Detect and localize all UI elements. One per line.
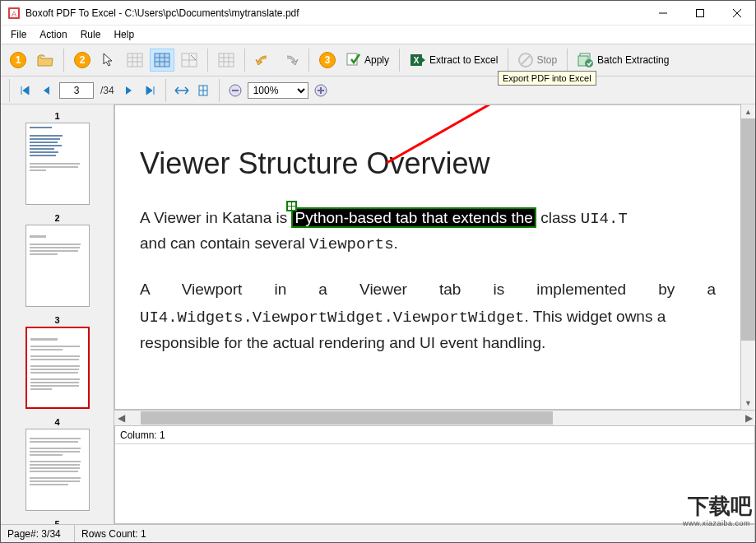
step-3-badge: 3 — [315, 49, 340, 72]
separator — [308, 49, 309, 72]
status-rows: Rows Count: 1 — [75, 525, 755, 542]
page-total-label: /34 — [97, 85, 116, 96]
thumb-page-3[interactable]: 3 — [16, 315, 99, 409]
window-title: Boxoft PDF To Excel - C:\Users\pc\Docume… — [26, 7, 644, 19]
table-tool-4[interactable] — [214, 49, 239, 72]
apply-icon — [346, 53, 361, 67]
minimize-button[interactable] — [644, 1, 681, 25]
extract-to-excel-button[interactable]: X Extract to Excel — [406, 49, 502, 72]
pointer-tool-button[interactable] — [97, 49, 120, 72]
next-page-button[interactable] — [119, 81, 137, 100]
menu-help[interactable]: Help — [107, 27, 141, 42]
grid-edit-icon — [181, 53, 197, 67]
data-grid-panel[interactable]: Column: 1 — [114, 425, 755, 524]
step-1-badge: 1 — [6, 49, 30, 72]
content-area: Viewer Structure Overview A Viewer in Ka… — [114, 104, 755, 524]
svg-rect-7 — [128, 53, 142, 67]
scroll-down-icon[interactable]: ▼ — [741, 396, 755, 410]
separator — [244, 49, 245, 72]
undo-button[interactable] — [251, 49, 276, 72]
column-header[interactable]: Column: 1 — [115, 426, 754, 444]
separator — [165, 79, 166, 102]
batch-extracting-button[interactable]: Batch Extracting — [573, 49, 673, 72]
grid-icon — [127, 53, 143, 67]
table-tool-2-active[interactable] — [150, 49, 174, 72]
thumb-page-4[interactable]: 4 — [16, 417, 99, 511]
separator — [63, 49, 64, 72]
nav-toolbar: /34 100% — [1, 77, 755, 104]
menubar: File Action Rule Help — [1, 26, 755, 44]
extract-tooltip: Export PDF into Excel — [498, 71, 596, 86]
main-toolbar: 1 2 3 Apply X Extract to Excel Stop — [1, 44, 755, 77]
table-tool-3[interactable] — [177, 49, 202, 72]
grid-select-icon — [154, 53, 170, 67]
svg-rect-12 — [155, 53, 169, 67]
main-area: 1 2 3 4 5 Viewer S — [1, 104, 755, 524]
document-viewer[interactable]: Viewer Structure Overview A Viewer in Ka… — [114, 104, 741, 410]
thumbnail-panel[interactable]: 1 2 3 4 5 — [1, 104, 114, 524]
menu-file[interactable]: File — [4, 27, 33, 42]
svg-text:A: A — [12, 10, 16, 18]
menu-rule[interactable]: Rule — [74, 27, 108, 42]
statusbar: Page#: 3/34 Rows Count: 1 — [1, 524, 755, 542]
horizontal-scrollbar[interactable]: ◀ ▶ — [114, 410, 755, 425]
zoom-in-button[interactable] — [312, 81, 330, 100]
svg-rect-4 — [696, 9, 703, 16]
page-number-input[interactable] — [59, 82, 94, 99]
scroll-right-icon[interactable]: ▶ — [742, 411, 755, 425]
separator — [508, 49, 508, 72]
stop-icon — [518, 53, 533, 67]
thumb-page-1[interactable]: 1 — [16, 111, 99, 205]
text-selection[interactable]: Python-based tab that extends the — [291, 207, 536, 228]
zoom-out-button[interactable] — [226, 81, 244, 100]
menu-action[interactable]: Action — [33, 27, 73, 42]
apply-label: Apply — [364, 54, 389, 66]
stop-label: Stop — [536, 54, 557, 66]
doc-paragraph-1: A Viewer in Katana is Python-based tab t… — [140, 206, 716, 258]
vertical-scrollbar[interactable]: ▲ ▼ — [741, 104, 755, 410]
first-page-button[interactable] — [16, 81, 35, 100]
prev-page-button[interactable] — [38, 81, 56, 100]
separator — [219, 79, 220, 102]
redo-icon — [282, 53, 299, 67]
open-file-button[interactable] — [33, 49, 58, 72]
window-controls — [644, 1, 755, 25]
badge-3: 3 — [319, 52, 336, 68]
selection-handle-icon[interactable] — [286, 201, 297, 211]
maximize-button[interactable] — [681, 1, 718, 25]
svg-line-29 — [522, 56, 530, 64]
separator — [207, 49, 208, 72]
batch-label: Batch Extracting — [597, 54, 669, 66]
table-tool-1[interactable] — [123, 49, 147, 72]
doc-paragraph-2: A Viewport in a Viewer tab is implemente… — [140, 277, 716, 301]
scroll-left-icon[interactable]: ◀ — [114, 411, 128, 425]
badge-1: 1 — [10, 52, 26, 68]
redo-button[interactable] — [278, 49, 303, 72]
doc-heading: Viewer Structure Overview — [140, 146, 716, 181]
svg-point-32 — [585, 59, 593, 67]
svg-text:X: X — [414, 56, 420, 65]
step-2-badge: 2 — [70, 49, 95, 72]
stop-button[interactable]: Stop — [514, 49, 561, 72]
badge-2: 2 — [74, 52, 90, 68]
titlebar: A Boxoft PDF To Excel - C:\Users\pc\Docu… — [1, 1, 755, 26]
thumb-page-2[interactable]: 2 — [16, 213, 99, 307]
fit-width-button[interactable] — [173, 81, 191, 100]
fit-page-button[interactable] — [194, 81, 212, 100]
zoom-select[interactable]: 100% — [248, 82, 308, 99]
separator — [567, 49, 568, 72]
grid-icon-2 — [218, 53, 234, 67]
apply-button[interactable]: Apply — [342, 49, 393, 72]
close-button[interactable] — [718, 1, 755, 25]
scroll-up-icon[interactable]: ▲ — [741, 104, 755, 118]
excel-icon: X — [410, 53, 426, 67]
doc-paragraph-3: UI4.Widgets.ViewportWidget.ViewportWidge… — [140, 304, 716, 355]
separator — [9, 79, 10, 102]
folder-open-icon — [37, 53, 53, 67]
separator — [399, 49, 400, 72]
last-page-button[interactable] — [141, 81, 159, 100]
app-icon: A — [7, 7, 21, 20]
undo-icon — [255, 53, 271, 67]
extract-label: Extract to Excel — [429, 54, 498, 66]
app-window: A Boxoft PDF To Excel - C:\Users\pc\Docu… — [0, 0, 756, 543]
